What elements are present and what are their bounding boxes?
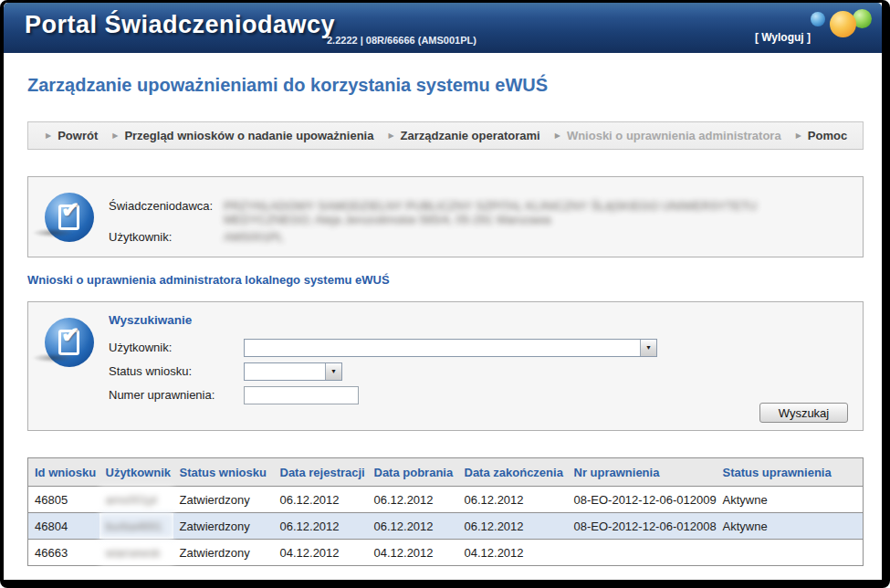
cell-data-pobrania: 06.12.2012 bbox=[368, 487, 458, 513]
column-header-data-rejestracji: Data rejestracji bbox=[274, 458, 368, 487]
search-panel: ✔ Wyszukiwanie Użytkownik: ▼ Status wnio… bbox=[27, 301, 864, 431]
provider-info-panel: ✔ Świadczeniodawca: PRZYKŁADOWY SAMODZIE… bbox=[27, 176, 864, 257]
column-header-uzytkownik: Użytkownik bbox=[99, 458, 173, 487]
breadcrumb-link-przeglad-wnioskow[interactable]: Przegląd wniosków o nadanie upoważnienia bbox=[124, 129, 373, 142]
cell-data-zakonczenia: 04.12.2012 bbox=[458, 540, 568, 566]
user-combobox-input[interactable] bbox=[245, 340, 640, 356]
cell-status-uprawnienia: Aktywne bbox=[717, 513, 864, 540]
decor-ball-orange-icon bbox=[830, 11, 856, 37]
icon-shadow bbox=[32, 353, 74, 362]
status-combobox-input[interactable] bbox=[245, 363, 325, 380]
cell-data-pobrania: 06.12.2012 bbox=[368, 513, 458, 540]
user-value-redacted: AMS001PL bbox=[224, 230, 844, 244]
breadcrumb-arrow-icon: ▶ bbox=[796, 132, 801, 140]
check-mark-glyph: ✔ bbox=[61, 199, 79, 221]
cell-data-zakonczenia: 06.12.2012 bbox=[458, 513, 568, 540]
app-header: Portal Świadczeniodawcy 2.2222 | 08R/666… bbox=[4, 3, 882, 53]
provider-info-area: Świadczeniodawca: PRZYKŁADOWY SAMODZIELN… bbox=[109, 177, 863, 257]
search-button[interactable]: Wyszukaj bbox=[759, 403, 848, 423]
cell-id: 46663 bbox=[28, 540, 99, 566]
breadcrumb-arrow-icon: ▶ bbox=[46, 132, 51, 140]
breadcrumb-arrow-icon: ▶ bbox=[388, 132, 393, 140]
breadcrumb-arrow-icon: ▶ bbox=[555, 132, 560, 140]
search-status-label: Status wniosku: bbox=[109, 364, 244, 378]
logout-link[interactable]: [ Wyloguj ] bbox=[755, 31, 811, 44]
user-label: Użytkownik: bbox=[109, 230, 220, 244]
cell-status-uprawnienia bbox=[717, 540, 864, 566]
cell-id: 46805 bbox=[28, 487, 99, 513]
search-form: Wyszukiwanie Użytkownik: ▼ Status wniosk… bbox=[109, 302, 863, 430]
provider-label: Świadczeniodawca: bbox=[109, 199, 220, 226]
cell-user-redacted: wiarsewsk bbox=[99, 540, 173, 566]
cell-nr-uprawnienia: 08-EO-2012-12-06-012008 bbox=[568, 513, 717, 540]
cell-status: Zatwierdzony bbox=[173, 513, 274, 540]
breadcrumb-current-wnioski-administratora: Wnioski o uprawnienia administratora bbox=[567, 129, 781, 142]
breadcrumb-link-powrot[interactable]: Powrót bbox=[58, 129, 98, 142]
search-user-label: Użytkownik: bbox=[109, 341, 244, 354]
check-mark-glyph: ✔ bbox=[61, 324, 79, 346]
table-header-row: Id wniosku Użytkownik Status wniosku Dat… bbox=[28, 458, 864, 487]
search-number-label: Numer uprawnienia: bbox=[109, 388, 244, 402]
decor-ball-blue-icon bbox=[811, 12, 825, 26]
icon-shadow bbox=[32, 228, 74, 237]
provider-icon-box: ✔ bbox=[28, 177, 109, 257]
cell-status: Zatwierdzony bbox=[173, 540, 274, 566]
search-heading: Wyszukiwanie bbox=[109, 313, 863, 327]
column-header-status-wniosku: Status wniosku bbox=[173, 458, 274, 487]
search-number-row: Numer uprawnienia: bbox=[109, 384, 863, 405]
breadcrumb-item-zarzadzanie-operatorami[interactable]: ▶ Zarządzanie operatorami bbox=[388, 129, 539, 142]
column-header-nr-uprawnienia: Nr uprawnienia bbox=[568, 458, 717, 487]
app-title: Portal Świadczeniodawcy bbox=[25, 11, 335, 39]
chevron-down-icon[interactable]: ▼ bbox=[640, 340, 656, 356]
breadcrumb-link-pomoc[interactable]: Pomoc bbox=[808, 129, 847, 142]
search-status-row: Status wniosku: ▼ bbox=[109, 361, 863, 382]
version-info: 2.2222 | 08R/66666 (AMS001PL) bbox=[327, 35, 476, 46]
cell-data-rejestracji: 06.12.2012 bbox=[274, 513, 368, 540]
column-header-status-uprawnienia: Status uprawnienia bbox=[717, 458, 864, 487]
breadcrumb-item-pomoc[interactable]: ▶ Pomoc bbox=[796, 129, 848, 142]
breadcrumb: ▶ Powrót ▶ Przegląd wniosków o nadanie u… bbox=[27, 121, 864, 150]
cell-nr-uprawnienia: 08-EO-2012-12-06-012009 bbox=[568, 487, 717, 513]
column-header-id-wniosku: Id wniosku bbox=[28, 458, 99, 487]
table-row-selected[interactable]: 46804 burba4691 Zatwierdzony 06.12.2012 … bbox=[28, 513, 864, 540]
cell-data-rejestracji: 04.12.2012 bbox=[274, 540, 368, 566]
search-user-row: Użytkownik: ▼ bbox=[109, 337, 863, 358]
breadcrumb-link-zarzadzanie-operatorami[interactable]: Zarządzanie operatorami bbox=[401, 129, 540, 142]
breadcrumb-item-wnioski-administratora: ▶ Wnioski o uprawnienia administratora bbox=[555, 129, 781, 142]
status-combobox[interactable]: ▼ bbox=[244, 362, 342, 381]
column-header-data-pobrania: Data pobrania bbox=[368, 458, 458, 487]
search-icon-box: ✔ bbox=[28, 302, 109, 430]
breadcrumb-item-przeglad-wnioskow[interactable]: ▶ Przegląd wniosków o nadanie upoważnien… bbox=[112, 129, 373, 142]
cell-id: 46804 bbox=[28, 513, 99, 540]
column-header-data-zakonczenia: Data zakończenia bbox=[458, 458, 568, 487]
user-combobox[interactable]: ▼ bbox=[244, 339, 657, 357]
cell-data-zakonczenia: 06.12.2012 bbox=[458, 487, 568, 513]
cell-data-rejestracji: 06.12.2012 bbox=[274, 487, 368, 513]
cell-data-pobrania: 04.12.2012 bbox=[368, 540, 458, 566]
cell-status: Zatwierdzony bbox=[173, 487, 274, 513]
page-title: Zarządzanie upoważnieniami do korzystani… bbox=[27, 75, 548, 96]
breadcrumb-item-powrot[interactable]: ▶ Powrót bbox=[46, 129, 98, 142]
cell-user-redacted: ams001pl bbox=[99, 487, 173, 513]
number-input[interactable] bbox=[244, 386, 359, 404]
results-table: Id wniosku Użytkownik Status wniosku Dat… bbox=[27, 457, 864, 566]
table-row[interactable]: 46663 wiarsewsk Zatwierdzony 04.12.2012 … bbox=[28, 540, 864, 566]
section-heading: Wnioski o uprawnienia administratora lok… bbox=[27, 273, 390, 287]
provider-value-redacted: PRZYKŁADOWY SAMODZIELNY PUBLICZNY SZPITA… bbox=[224, 199, 844, 226]
table-row[interactable]: 46805 ams001pl Zatwierdzony 06.12.2012 0… bbox=[28, 487, 864, 513]
breadcrumb-arrow-icon: ▶ bbox=[112, 132, 118, 140]
chevron-down-icon[interactable]: ▼ bbox=[325, 363, 341, 380]
cell-user-redacted: burba4691 bbox=[99, 513, 173, 540]
portal-page: Portal Świadczeniodawcy 2.2222 | 08R/666… bbox=[0, 0, 890, 588]
cell-status-uprawnienia: Aktywne bbox=[717, 487, 864, 513]
cell-nr-uprawnienia bbox=[568, 540, 717, 566]
